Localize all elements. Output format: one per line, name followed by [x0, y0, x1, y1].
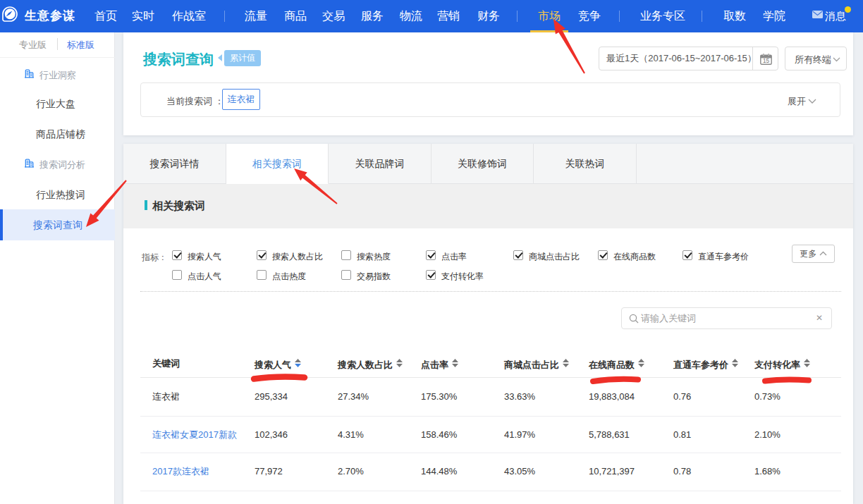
svg-text:15: 15 [763, 58, 770, 64]
